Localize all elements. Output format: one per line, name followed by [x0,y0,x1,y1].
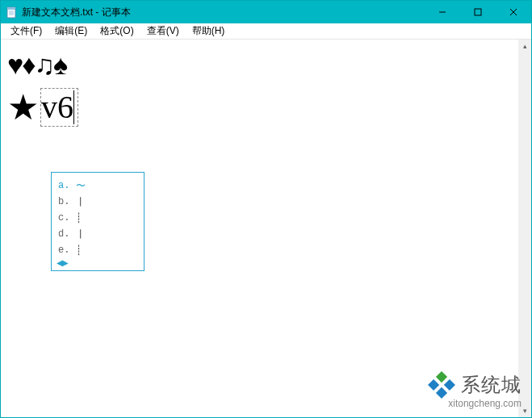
menu-edit[interactable]: 编辑(E) [48,23,94,39]
svg-rect-9 [436,371,447,382]
svg-rect-12 [436,387,447,399]
menu-view[interactable]: 查看(V) [140,23,186,39]
svg-rect-1 [7,7,15,10]
content-area: ♥♦♫♠ ★ v6 a. 〜 b. 丨 c. ┊ [1,40,531,417]
ime-candidate-label: a. [58,180,76,191]
watermark-url: xitongcheng.com [448,398,522,409]
notepad-icon [6,6,17,19]
maximize-button[interactable] [460,1,496,23]
menu-format[interactable]: 格式(O) [94,23,140,39]
ime-composition-text: v6 [41,91,73,123]
ime-candidate-text: ┊ [76,212,82,224]
ime-candidate-e[interactable]: e. ┊ [52,242,144,258]
ime-pager: ◀ ▶ [52,258,144,269]
watermark-logo-icon [427,370,456,399]
ime-candidate-c[interactable]: c. ┊ [52,210,144,226]
ime-candidate-label: c. [58,212,76,224]
star-char: ★ [7,90,39,125]
ime-pager-next-icon[interactable]: ▶ [62,258,69,267]
menu-file[interactable]: 文件(F) [4,23,48,39]
ime-candidate-a[interactable]: a. 〜 [52,178,144,194]
minimize-button[interactable] [425,1,460,23]
text-line-2: ★ v6 [7,88,512,127]
ime-candidate-d[interactable]: d. 丨 [52,226,144,242]
svg-rect-6 [475,9,481,15]
scroll-up-icon[interactable]: ▴ [518,40,531,52]
scrollbar-track[interactable] [518,52,531,404]
window-title: 新建文本文档.txt - 记事本 [22,6,131,19]
menu-help[interactable]: 帮助(H) [186,23,232,39]
menubar: 文件(F) 编辑(E) 格式(O) 查看(V) 帮助(H) [1,23,531,40]
text-cursor [73,90,74,124]
text-line-1: ♥♦♫♠ [7,51,512,78]
ime-candidate-label: b. [58,196,76,207]
watermark-top: 系统城 [427,370,522,399]
ime-candidate-text: 丨 [76,228,86,241]
ime-candidate-b[interactable]: b. 丨 [52,194,144,210]
ime-composition-box: v6 [40,88,78,127]
ime-candidate-label: e. [58,245,76,256]
vertical-scrollbar[interactable]: ▴ ▾ [518,40,531,417]
notepad-window: 新建文本文档.txt - 记事本 文件(F) 编辑(E) 格式(O) 查看(V)… [0,0,532,418]
svg-rect-10 [444,379,455,391]
ime-candidate-label: d. [58,228,76,240]
watermark: 系统城 xitongcheng.com [427,370,522,409]
ime-candidate-popup: a. 〜 b. 丨 c. ┊ d. 丨 e. ┊ ◀ ▶ [51,172,145,271]
ime-candidate-text: 〜 [76,179,86,193]
close-button[interactable] [496,1,531,23]
window-controls [425,1,531,23]
titlebar[interactable]: 新建文本文档.txt - 记事本 [1,1,531,23]
ime-candidate-text: ┊ [76,245,82,257]
ime-candidate-text: 丨 [76,195,86,209]
svg-rect-11 [428,379,439,391]
watermark-brand: 系统城 [461,372,522,398]
